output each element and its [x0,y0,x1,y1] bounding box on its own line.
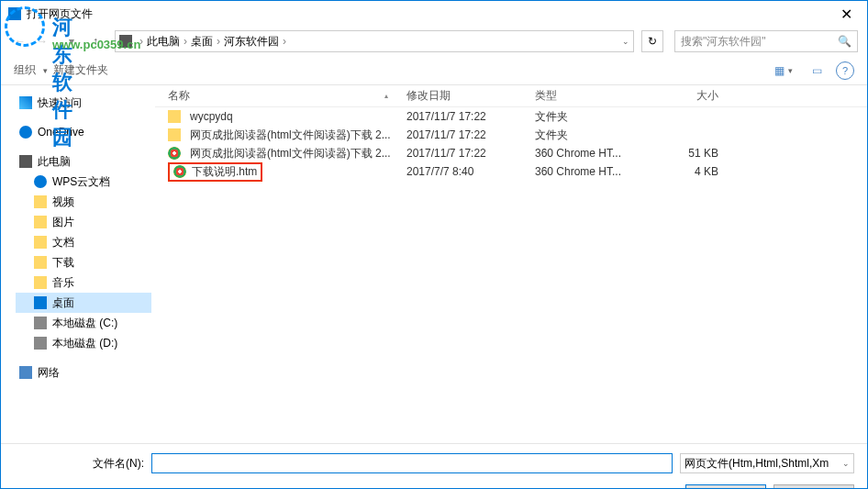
help-button[interactable]: ? [836,61,854,80]
item-icon [34,195,47,208]
breadcrumb[interactable]: › 此电脑 › 桌面 › 河东软件园 › ⌄ [115,30,634,52]
item-icon [34,236,47,249]
col-size-header[interactable]: 大小 [654,88,728,104]
sidebar-item-0[interactable]: WPS云文档 [16,172,151,192]
file-row[interactable]: 下载说明.htm2017/7/7 8:40360 Chrome HT...4 K… [155,162,867,181]
file-icon [168,147,181,160]
view-options-button[interactable]: ▦ ▾ [770,61,797,80]
sidebar-network[interactable]: 网络 [16,362,151,383]
file-size: 51 KB [654,147,728,160]
preview-pane-button[interactable]: ▭ [803,61,830,80]
recent-dropdown[interactable]: ▾ [61,31,82,51]
item-icon [34,216,47,228]
search-icon[interactable]: 🔍 [838,35,851,48]
file-date: 2017/11/7 17:22 [406,110,535,123]
sidebar-this-pc[interactable]: 此电脑 [16,151,151,172]
column-headers: 名称▴ 修改日期 类型 大小 [155,85,867,107]
bc-desktop[interactable]: 桌面 [191,34,213,50]
bc-folder[interactable]: 河东软件园 [224,34,279,50]
bc-pc[interactable]: 此电脑 [147,34,180,50]
new-folder-button[interactable]: 新建文件夹 [53,62,108,78]
sidebar-item-label: 文档 [52,235,74,250]
file-row[interactable]: 网页成批阅读器(html文件阅读器)下载 2...2017/11/7 17:22… [155,144,867,162]
sidebar-item-4[interactable]: 下载 [16,252,151,272]
network-icon [19,366,32,379]
item-icon [34,296,47,309]
forward-button[interactable]: → [32,31,52,51]
cloud-icon [19,126,32,139]
file-name: 网页成批阅读器(html文件阅读器)下载 2... [190,146,391,161]
file-row[interactable]: wycpydq2017/11/7 17:22文件夹 [155,107,867,126]
sidebar-item-label: WPS云文档 [52,174,110,190]
file-type: 文件夹 [535,128,654,143]
filename-input[interactable] [151,453,673,473]
sidebar-item-6[interactable]: 桌面 [16,293,151,313]
item-icon [34,256,47,269]
file-icon [168,110,181,123]
file-date: 2017/11/7 17:22 [406,128,535,141]
dropdown-icon: ▾ [43,66,48,75]
item-icon [34,276,47,289]
chevron-down-icon: ⌄ [842,459,850,468]
sort-icon: ▴ [384,92,388,100]
item-icon [34,317,47,329]
item-icon [34,175,47,188]
file-name: 下载说明.htm [192,164,257,180]
up-button[interactable]: ↑ [85,31,106,51]
file-type: 360 Chrome HT... [535,165,654,178]
back-button[interactable]: ← [10,31,30,51]
sidebar-item-7[interactable]: 本地磁盘 (C:) [16,313,151,333]
filetype-dropdown[interactable]: 网页文件(Htm,Html,Shtml,Xm ⌄ [680,453,854,473]
star-icon [19,96,32,109]
sidebar-item-label: 本地磁盘 (D:) [52,336,117,351]
filename-label: 文件名(N): [14,456,151,472]
file-icon [168,128,181,141]
chevron-right-icon: › [283,35,286,48]
sidebar-item-label: 下载 [52,255,74,271]
col-type-header[interactable]: 类型 [535,88,654,104]
sidebar-item-5[interactable]: 音乐 [16,272,151,293]
file-name: 网页成批阅读器(html文件阅读器)下载 2... [190,128,391,143]
file-row[interactable]: 网页成批阅读器(html文件阅读器)下载 2...2017/11/7 17:22… [155,126,867,144]
pc-icon [19,155,32,168]
file-type: 文件夹 [535,109,654,125]
chevron-right-icon: › [184,35,187,48]
app-icon [8,7,21,20]
file-icon [173,165,186,178]
chevron-right-icon: › [217,35,220,48]
file-type: 360 Chrome HT... [535,147,654,160]
refresh-button[interactable]: ↻ [641,30,663,52]
sidebar-item-8[interactable]: 本地磁盘 (D:) [16,333,151,353]
sidebar-item-1[interactable]: 视频 [16,192,151,212]
file-name: wycpydq [190,110,233,123]
sidebar-onedrive[interactable]: OneDrive [16,122,151,142]
search-placeholder: 搜索"河东软件园" [681,34,766,50]
window-title: 打开网页文件 [27,6,93,22]
col-date-header[interactable]: 修改日期 [406,88,535,104]
cancel-button[interactable]: 取消 [773,484,854,489]
chevron-right-icon: › [139,35,143,48]
search-input[interactable]: 搜索"河东软件园" 🔍 [674,30,858,52]
breadcrumb-dropdown-icon[interactable]: ⌄ [622,37,629,46]
organize-menu[interactable]: 组织 ▾ [14,62,48,78]
sidebar-item-label: 本地磁盘 (C:) [52,316,117,331]
sidebar-item-label: 图片 [52,215,74,230]
sidebar-item-3[interactable]: 文档 [16,232,151,252]
col-name-header[interactable]: 名称▴ [168,88,406,104]
bc-pc-icon [119,35,132,48]
item-icon [34,337,47,350]
sidebar-quick-access[interactable]: 快速访问 [16,93,151,113]
file-size: 4 KB [654,165,728,178]
sidebar-item-label: 音乐 [52,275,74,291]
navigation-sidebar: 快速访问 OneDrive 此电脑 WPS云文档视频图片文档下载音乐桌面本地磁盘… [1,85,155,443]
open-button[interactable]: 打开(O)▼ [685,484,766,489]
close-button[interactable]: ✕ [826,1,867,27]
sidebar-item-label: 桌面 [52,295,74,311]
sidebar-item-2[interactable]: 图片 [16,212,151,232]
sidebar-item-label: 视频 [52,194,74,210]
file-date: 2017/11/7 17:22 [406,147,535,160]
file-list: 名称▴ 修改日期 类型 大小 wycpydq2017/11/7 17:22文件夹… [155,85,867,443]
file-date: 2017/7/7 8:40 [406,165,535,178]
